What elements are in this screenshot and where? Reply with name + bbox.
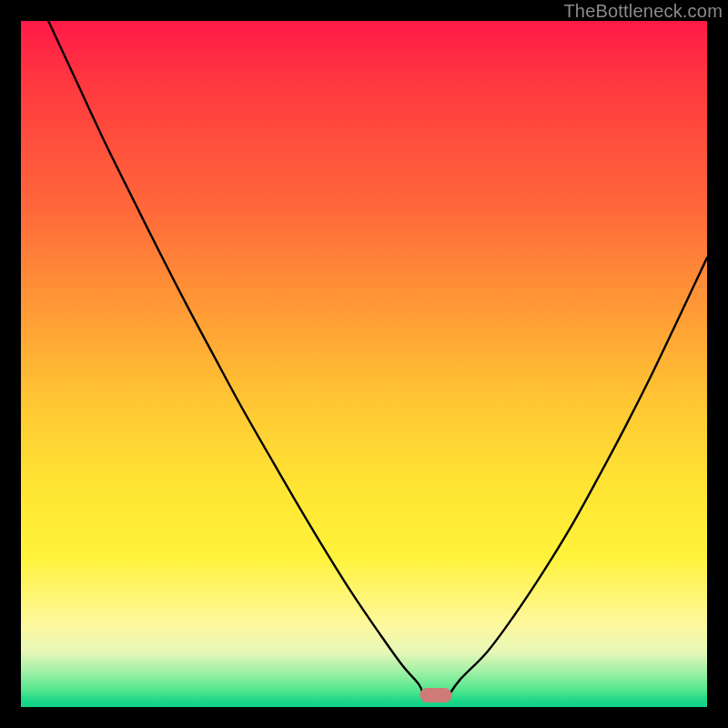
minimum-marker [420, 688, 452, 703]
chart-frame: TheBottleneck.com [0, 0, 728, 728]
plot-area [21, 21, 707, 707]
attribution-text: TheBottleneck.com [563, 1, 723, 22]
bottleneck-curve [21, 21, 707, 707]
